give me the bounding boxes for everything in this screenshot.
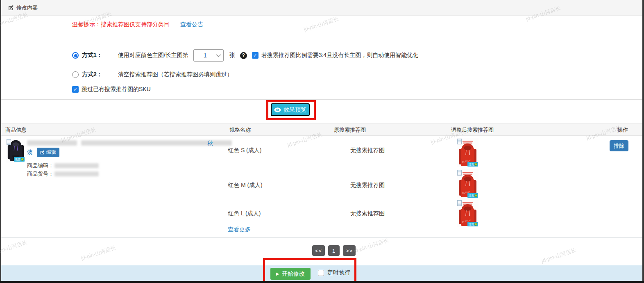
col-product-info: 商品信息 [5, 126, 27, 134]
thumbnail-stamp-icon [457, 200, 462, 206]
effect-preview-label: 效果预览 [283, 106, 306, 114]
badge-circle-icon [474, 194, 477, 197]
image-index-value: 1 [204, 52, 207, 59]
product-code-row: 商品编码： [27, 162, 99, 169]
thumbnail-stamp-icon [457, 170, 462, 176]
start-modify-button[interactable]: ▶ 开始修改 [270, 268, 311, 280]
pagination: << 1 >> [312, 245, 356, 256]
page-prev-button[interactable]: << [312, 245, 325, 256]
skip-sku-row: ✓ 跳过已有搜索推荐图的SKU [72, 84, 151, 94]
schedule-checkbox[interactable] [318, 270, 324, 276]
edit-icon [40, 150, 45, 155]
stock-badge: 现货 [467, 222, 478, 226]
edit-icon [8, 5, 14, 11]
view-announcement-link[interactable]: 查看公告 [180, 21, 203, 28]
method2-description: 清空搜索推荐图（若搜索推荐图必填则跳过） [118, 71, 233, 78]
original-image-text: 无搜索推荐图 [350, 182, 385, 189]
product-sku-row: 商品货号： [27, 170, 99, 178]
notice-row: 温馨提示：搜索推荐图仅支持部分类目 查看公告 [72, 21, 203, 28]
watermark: jd-pin-山河店长 [0, 239, 28, 257]
product-title-link[interactable]: 秋 [27, 140, 215, 147]
play-icon: ▶ [276, 272, 279, 276]
thumbnail-stamp-icon [457, 139, 462, 144]
col-original-image: 原搜索推荐图 [334, 126, 366, 134]
method2-radio[interactable] [72, 71, 79, 78]
product-thumbnail[interactable]: 现货 [6, 139, 25, 162]
section-divider [1, 99, 642, 100]
effect-preview-button[interactable]: 效果预览 [271, 103, 310, 116]
stock-badge-text: 现货 [15, 157, 20, 161]
panel-header: 修改内容 [1, 0, 642, 16]
window-edge-bottom [0, 281, 644, 283]
stock-badge: 现货 [14, 157, 25, 162]
watermark: jd-pin-山河店长 [540, 246, 577, 265]
modify-content-panel: jd-pin-山河店长 jd-pin-山河店长 jd-pin-山河店长 jd-p… [0, 0, 644, 283]
stock-badge: 现货 [467, 162, 478, 167]
table-bottom-border [1, 237, 642, 238]
watermark: jd-pin-山河店长 [353, 237, 389, 255]
title-tail-2[interactable]: 装 [27, 149, 33, 156]
original-image-text: 无搜索推荐图 [350, 210, 385, 217]
product-sku-label: 商品货号： [27, 170, 54, 178]
original-image-text: 无搜索推荐图 [350, 147, 385, 154]
window-edge-left [0, 0, 1, 283]
warning-text: 温馨提示：搜索推荐图仅支持部分类目 [72, 21, 170, 28]
method2-label[interactable]: 方式2： [82, 71, 102, 78]
blurred-text [54, 171, 99, 176]
panel-title: 修改内容 [16, 4, 38, 11]
spec-name: 红色 L (成人) [228, 210, 261, 217]
product-code-label: 商品编码： [27, 162, 54, 169]
spec-name: 红色 M (成人) [228, 182, 263, 189]
blurred-text [27, 140, 77, 146]
edit-button-label: 编辑 [46, 149, 56, 156]
view-more-link[interactable]: 查看更多 [228, 226, 251, 233]
spec-name: 红色 S (成人) [228, 147, 261, 154]
table-header: 商品信息 规格名称 原搜索推荐图 调整后搜索推荐图 操作 [1, 123, 642, 136]
method1-radio[interactable] [72, 52, 79, 59]
badge-circle-icon [474, 223, 477, 226]
watermark: jd-pin-山河店长 [303, 15, 339, 33]
method1-row: 方式1： 使用对应颜色主图/长主图第 1 张 ? ✓ 若搜索推荐图比例需要3:4… [72, 48, 418, 62]
help-icon[interactable]: ? [240, 52, 247, 59]
stock-badge: 现货 [467, 193, 478, 198]
adjusted-image-2[interactable]: BIGPACK 现货 [457, 169, 478, 199]
method2-row: 方式2： 清空搜索推荐图（若搜索推荐图必填则跳过） [72, 68, 233, 81]
watermark: jd-pin-山河店长 [80, 244, 116, 262]
schedule-label[interactable]: 定时执行 [327, 269, 350, 276]
exclude-button[interactable]: 排除 [610, 140, 628, 151]
col-action: 操作 [617, 126, 628, 134]
page-next-button[interactable]: >> [343, 245, 356, 256]
image-index-select[interactable]: 1 [193, 49, 224, 62]
chevron-down-icon [216, 52, 220, 57]
col-spec-name: 规格名称 [229, 126, 251, 134]
schedule-row: 定时执行 [318, 269, 350, 276]
stock-badge-text: 现货 [468, 222, 474, 226]
blurred-text [54, 163, 99, 168]
skip-sku-label[interactable]: 跳过已有搜索推荐图的SKU [82, 86, 151, 93]
adjusted-image-3[interactable]: BIGPACK 现货 [457, 200, 478, 227]
smart-optimize-label[interactable]: 若搜索推荐图比例需要3:4且没有长主图，则自动使用智能优化 [261, 52, 418, 59]
eye-icon [274, 107, 281, 112]
stock-badge-text: 现货 [468, 194, 474, 197]
unit-text: 张 [229, 52, 235, 59]
window-edge-right [642, 0, 644, 283]
col-adjusted-image: 调整后搜索推荐图 [451, 126, 494, 134]
page-number-button[interactable]: 1 [328, 245, 340, 256]
title-tail-1[interactable]: 秋 [207, 140, 213, 147]
smart-optimize-checkbox[interactable]: ✓ [252, 52, 259, 59]
badge-circle-icon [21, 158, 24, 161]
edit-button[interactable]: 编辑 [37, 148, 59, 157]
method1-description: 使用对应颜色主图/长主图第 [118, 52, 188, 59]
skip-sku-checkbox[interactable]: ✓ [72, 86, 79, 93]
stock-badge-text: 现货 [468, 162, 474, 166]
thumbnail-stamp-icon [7, 139, 11, 145]
method1-label[interactable]: 方式1： [82, 52, 102, 59]
start-modify-label: 开始修改 [282, 270, 305, 278]
product-title-line2: 装 编辑 [27, 148, 59, 157]
badge-circle-icon [474, 163, 477, 166]
adjusted-image-1[interactable]: BIGPACK 现货 [457, 138, 478, 167]
